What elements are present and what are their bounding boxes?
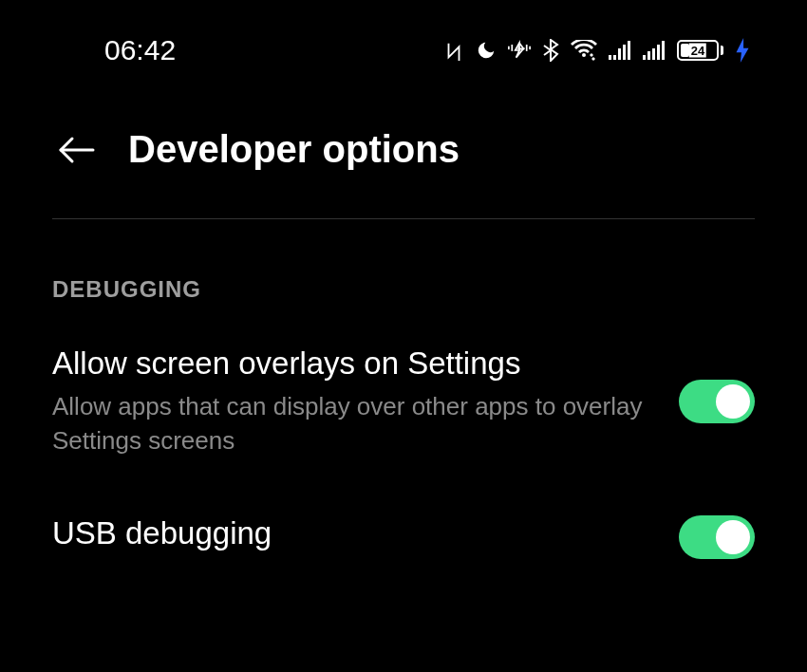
back-button[interactable]: [57, 136, 95, 164]
svg-rect-7: [618, 48, 621, 60]
setting-text: USB debugging: [52, 515, 650, 559]
bluetooth-icon: [542, 39, 559, 62]
svg-rect-2: [511, 45, 513, 51]
vibrate-icon: [508, 40, 531, 61]
setting-title: Allow screen overlays on Settings: [52, 345, 650, 382]
debugging-section: DEBUGGING Allow screen overlays on Setti…: [0, 219, 807, 559]
toggle-thumb: [716, 384, 750, 419]
signal-icon-2: [643, 41, 666, 60]
svg-rect-9: [628, 41, 630, 60]
setting-usb-debugging[interactable]: USB debugging: [52, 515, 755, 559]
svg-rect-13: [657, 45, 660, 60]
section-header: DEBUGGING: [52, 276, 755, 303]
wifi-icon: [571, 40, 597, 61]
signal-icon-1: [609, 41, 631, 60]
usb-debugging-toggle[interactable]: [679, 515, 755, 559]
battery-percent: 24: [689, 43, 706, 57]
toggle-thumb: [716, 520, 750, 554]
battery-indicator: 24: [677, 40, 723, 61]
svg-rect-1: [508, 46, 510, 48]
page-header: Developer options: [0, 76, 807, 218]
svg-rect-14: [662, 41, 665, 60]
svg-rect-3: [526, 45, 528, 51]
setting-subtitle: Allow apps that can display over other a…: [52, 389, 650, 458]
svg-rect-10: [643, 55, 646, 60]
page-title: Developer options: [128, 128, 460, 171]
setting-title: USB debugging: [52, 515, 650, 551]
svg-rect-8: [623, 45, 626, 60]
overlays-toggle[interactable]: [679, 380, 755, 423]
setting-text: Allow screen overlays on Settings Allow …: [52, 345, 650, 458]
svg-rect-11: [647, 51, 650, 60]
status-time: 06:42: [104, 34, 176, 66]
setting-overlays[interactable]: Allow screen overlays on Settings Allow …: [52, 345, 755, 458]
svg-rect-4: [529, 46, 531, 48]
status-icons: 24: [443, 38, 750, 63]
dnd-moon-icon: [476, 40, 497, 61]
status-bar: 06:42: [0, 0, 807, 76]
svg-rect-12: [652, 48, 655, 60]
nfc-icon: [443, 40, 464, 61]
svg-rect-5: [609, 55, 611, 60]
svg-rect-6: [613, 55, 616, 60]
charging-bolt-icon: [735, 38, 750, 63]
